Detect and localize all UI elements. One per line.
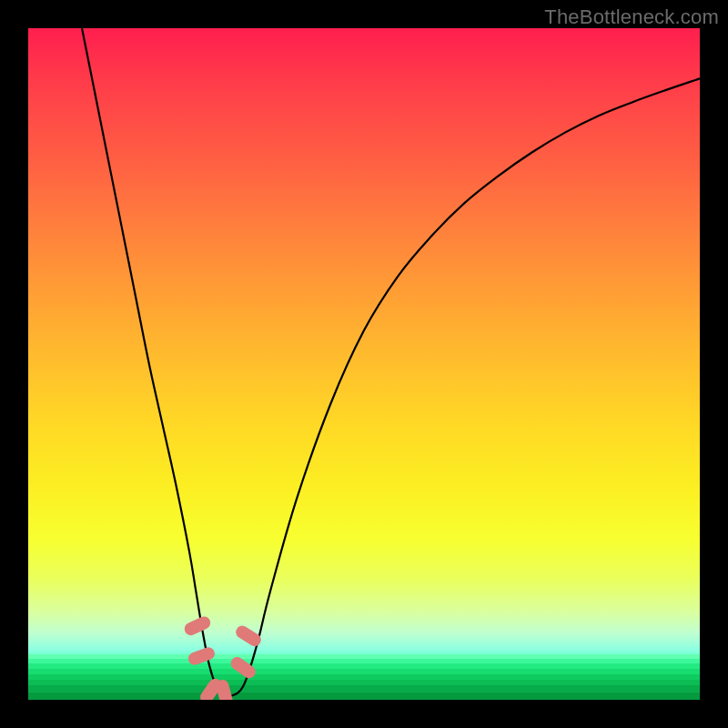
curve-marker-0 [182, 614, 212, 637]
plot-area [28, 28, 700, 700]
curve-marker-1 [187, 645, 217, 666]
curve-markers [182, 614, 263, 700]
curve-layer [28, 28, 700, 700]
bottleneck-curve [82, 28, 700, 698]
chart-frame: TheBottleneck.com [0, 0, 728, 728]
curve-marker-5 [234, 623, 264, 649]
watermark-text: TheBottleneck.com [544, 5, 719, 29]
